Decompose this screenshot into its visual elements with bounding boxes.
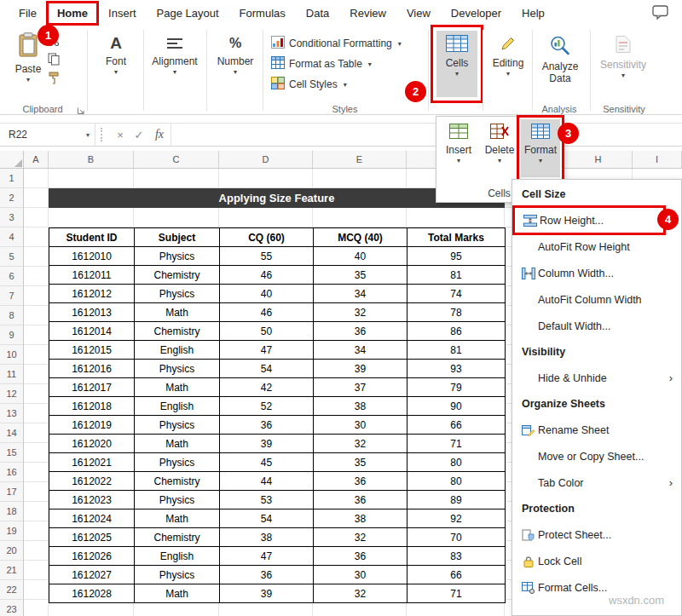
table-cell[interactable]: Physics [135,285,220,303]
table-cell[interactable]: Physics [135,247,220,266]
table-cell[interactable]: 38 [314,509,407,528]
table-cell[interactable]: English [135,341,220,360]
analyze-data-button[interactable]: Analyze Data [537,31,583,84]
table-cell[interactable]: 86 [407,322,506,341]
insert-button[interactable]: Insert▾ [439,119,478,177]
table-cell[interactable]: English [135,397,220,416]
table-cell[interactable]: 1612010 [49,247,135,266]
menu-item-default-width[interactable]: Default Width... [512,313,681,339]
menu-tab-data[interactable]: Data [296,2,339,25]
table-cell[interactable]: 1612016 [49,360,135,378]
table-cell[interactable]: 32 [314,584,407,603]
insert-function-icon[interactable]: fx [148,128,170,141]
table-cell[interactable]: 34 [314,341,407,360]
comments-icon[interactable] [652,5,668,22]
row-header-1[interactable]: 1 [0,169,24,188]
menu-item-move-or-copy-sheet[interactable]: Move or Copy Sheet... [512,443,681,469]
conditional-formatting-button[interactable]: Conditional Formatting ▾ [271,34,402,53]
row-header-5[interactable]: 5 [0,247,24,267]
table-cell[interactable]: 36 [314,491,407,509]
row-header-6[interactable]: 6 [0,267,24,286]
alignment-group-button[interactable]: Alignment ▾ [150,30,199,75]
menu-item-lock-cell[interactable]: Lock Cell [512,548,681,574]
menu-tab-view[interactable]: View [396,2,441,25]
table-cell[interactable]: 30 [314,566,407,584]
row-header-10[interactable]: 10 [0,345,24,365]
table-cell[interactable]: 1612022 [49,472,135,491]
copy-icon[interactable] [48,53,61,68]
table-cell[interactable]: 32 [314,435,407,453]
table-header-subject[interactable]: Subject [135,228,220,247]
menu-item-protect-sheet[interactable]: Protect Sheet... [512,521,681,548]
row-header-23[interactable]: 23 [0,600,24,616]
table-cell[interactable]: Chemistry [135,528,220,547]
menu-tab-developer[interactable]: Developer [441,2,512,25]
table-cell[interactable]: 93 [407,360,506,378]
row-header-19[interactable]: 19 [0,521,24,541]
table-cell[interactable]: 1612023 [49,491,135,509]
table-cell[interactable]: 66 [407,566,506,584]
table-header-mcq-40[interactable]: MCQ (40) [314,228,407,247]
table-cell[interactable]: 32 [314,303,407,322]
column-header-b[interactable]: B [49,151,134,169]
menu-item-column-width[interactable]: Column Width... [512,260,681,286]
delete-button[interactable]: Delete▾ [480,119,519,177]
menu-tab-insert[interactable]: Insert [98,2,147,25]
table-cell[interactable]: 1612017 [49,378,135,397]
menu-tab-review[interactable]: Review [339,2,396,25]
table-cell[interactable]: 54 [220,509,314,528]
menu-tab-formulas[interactable]: Formulas [229,2,296,25]
table-cell[interactable]: Chemistry [135,322,220,341]
table-cell[interactable]: 39 [220,584,314,603]
table-cell[interactable]: Math [135,378,220,397]
table-cell[interactable]: 36 [220,416,314,435]
number-group-button[interactable]: % Number ▾ [213,30,257,75]
table-cell[interactable]: 55 [220,247,314,266]
table-header-total-marks[interactable]: Total Marks [407,228,506,247]
table-cell[interactable]: 38 [314,397,407,416]
table-cell[interactable]: 90 [407,397,506,416]
menu-tab-page-layout[interactable]: Page Layout [147,2,229,25]
row-header-12[interactable]: 12 [0,384,24,404]
row-header-11[interactable]: 11 [0,365,24,384]
table-cell[interactable]: Physics [135,416,220,435]
menu-item-autofit-row-height[interactable]: AutoFit Row Height [512,233,681,260]
select-all-corner[interactable] [0,151,24,169]
sensitivity-button[interactable]: Sensitivity ▾ [597,31,650,78]
table-cell[interactable]: Physics [135,566,220,584]
column-header-e[interactable]: E [313,151,407,169]
menu-tab-file[interactable]: File [9,2,47,25]
row-header-4[interactable]: 4 [0,227,24,247]
row-header-13[interactable]: 13 [0,404,24,423]
row-header-9[interactable]: 9 [0,325,24,345]
table-cell[interactable]: 1612019 [49,416,135,435]
table-cell[interactable]: 89 [407,491,506,509]
font-group-button[interactable]: A Font ▾ [95,30,136,75]
table-cell[interactable]: 36 [220,566,314,584]
column-header-c[interactable]: C [134,151,219,169]
column-header-i[interactable]: I [633,151,682,169]
table-cell[interactable]: 80 [407,472,506,491]
table-cell[interactable]: 53 [220,491,314,509]
format-painter-icon[interactable] [48,72,61,87]
table-cell[interactable]: 52 [220,397,314,416]
table-cell[interactable]: 1612025 [49,528,135,547]
format-as-table-button[interactable]: Format as Table ▾ [271,55,372,73]
row-header-20[interactable]: 20 [0,541,24,561]
menu-tab-home[interactable]: Home [47,2,98,25]
cell-styles-button[interactable]: Cell Styles ▾ [271,75,347,94]
table-cell[interactable]: Math [135,435,220,453]
menu-tab-help[interactable]: Help [512,2,555,25]
row-header-16[interactable]: 16 [0,463,24,482]
table-cell[interactable]: 80 [407,453,506,472]
table-cell[interactable]: 40 [220,285,314,303]
table-cell[interactable]: 1612020 [49,435,135,453]
table-cell[interactable]: Physics [135,453,220,472]
table-cell[interactable]: 46 [220,266,314,285]
formula-bar-handle[interactable] [101,128,106,141]
row-header-21[interactable]: 21 [0,561,24,580]
menu-item-rename-sheet[interactable]: Rename Sheet [512,417,681,443]
editing-button[interactable]: Editing ▾ [488,31,529,77]
table-cell[interactable]: 44 [220,472,314,491]
table-cell[interactable]: 47 [220,547,314,566]
